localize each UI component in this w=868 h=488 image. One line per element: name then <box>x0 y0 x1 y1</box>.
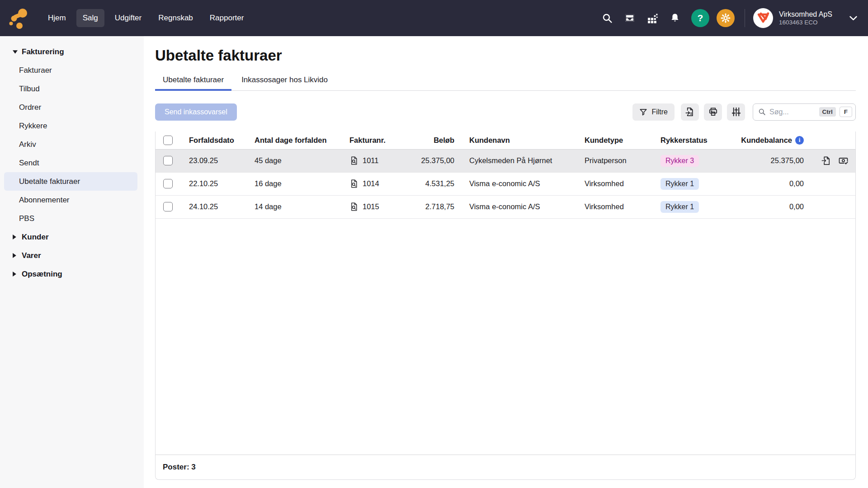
chevron-down-icon[interactable] <box>849 16 857 21</box>
cell-forfaldsdato: 23.09.25 <box>183 156 249 165</box>
funnel-icon <box>639 108 647 116</box>
cell-forfaldsdato: 22.10.25 <box>183 179 249 188</box>
rykker-status-badge: Rykker 3 <box>660 155 699 167</box>
cell-fakturanr: 1015 <box>363 202 379 211</box>
app-switcher-icon[interactable] <box>643 9 661 27</box>
cell-antal-dage: 14 dage <box>249 202 344 211</box>
table-header-row: Forfaldsdato Antal dage forfalden Faktur… <box>156 131 855 150</box>
table-footer: Poster: 3 <box>156 455 855 479</box>
cell-belob: 2.718,75 <box>409 202 463 211</box>
tab-inkassosager[interactable]: Inkassosager hos Likvido <box>234 71 335 90</box>
invoice-preview-icon[interactable] <box>349 155 359 166</box>
chevron-expanded-icon <box>13 50 18 54</box>
invoice-preview-icon[interactable] <box>349 178 359 189</box>
col-belob[interactable]: Beløb <box>409 136 463 145</box>
table-row[interactable]: 23.09.25 45 dage 1011 25.375,00 Cykelsme… <box>156 150 855 173</box>
sidebar-item-ubetalte-fakturaer[interactable]: Ubetalte fakturaer <box>4 172 137 191</box>
main-nav: Hjem Salg Udgifter Regnskab Rapporter <box>42 9 250 27</box>
cell-kundebalance: 0,00 <box>735 202 810 211</box>
rykker-status-badge: Rykker 1 <box>660 178 699 190</box>
search-icon[interactable] <box>598 9 616 27</box>
cell-kundetype: Virksomhed <box>579 202 655 211</box>
cell-belob: 4.531,25 <box>409 179 463 188</box>
shortcut-ctrl-badge: Ctrl <box>819 107 836 117</box>
invoice-preview-icon[interactable] <box>349 202 359 212</box>
chevron-collapsed-icon <box>13 235 18 239</box>
row-checkbox[interactable] <box>163 179 173 188</box>
record-count: Poster: 3 <box>163 463 196 472</box>
sidebar-item-fakturaer[interactable]: Fakturaer <box>4 61 137 80</box>
sidebar-item-rykkere[interactable]: Rykkere <box>4 117 137 135</box>
col-kundetype[interactable]: Kundetype <box>579 136 655 145</box>
sidebar-item-abonnementer[interactable]: Abonnementer <box>4 191 137 209</box>
nav-item-hjem[interactable]: Hjem <box>42 9 72 27</box>
sidebar: Fakturering Fakturaer Tilbud Ordrer Rykk… <box>0 36 144 488</box>
sidebar-section-kunder[interactable]: Kunder <box>0 228 144 246</box>
nav-item-regnskab[interactable]: Regnskab <box>152 9 199 27</box>
settings-gear-icon[interactable] <box>717 9 735 27</box>
search-icon <box>758 108 766 116</box>
cell-kundenavn: Visma e-conomic A/S <box>463 202 579 211</box>
sidebar-section-opsaetning[interactable]: Opsætning <box>0 265 144 283</box>
cell-antal-dage: 45 dage <box>249 156 344 165</box>
column-settings-button[interactable] <box>727 103 745 121</box>
tab-ubetalte-fakturaer[interactable]: Ubetalte fakturaer <box>155 71 231 90</box>
print-button[interactable] <box>704 103 722 121</box>
nav-item-rapporter[interactable]: Rapporter <box>203 9 250 27</box>
inbox-icon[interactable] <box>621 9 639 27</box>
col-forfaldsdato[interactable]: Forfaldsdato <box>183 136 249 145</box>
sidebar-item-arkiv[interactable]: Arkiv <box>4 135 137 154</box>
sidebar-item-pbs[interactable]: PBS <box>4 209 137 228</box>
cell-fakturanr: 1011 <box>363 156 378 165</box>
toolbar: Send inkassovarsel Filtre <box>155 103 856 121</box>
sidebar-item-tilbud[interactable]: Tilbud <box>4 80 137 98</box>
cell-kundetype: Privatperson <box>579 156 655 165</box>
main-content: Ubetalte fakturaer Ubetalte fakturaer In… <box>144 36 868 488</box>
col-antal-dage[interactable]: Antal dage forfalden <box>249 136 344 145</box>
table-row[interactable]: 22.10.25 16 dage 1014 4.531,25 Visma e-c… <box>156 173 855 196</box>
cell-belob: 25.375,00 <box>409 156 463 165</box>
export-button[interactable] <box>681 103 699 121</box>
col-kundenavn[interactable]: Kundenavn <box>463 136 579 145</box>
sidebar-section-fakturering[interactable]: Fakturering <box>0 42 144 61</box>
row-checkbox[interactable] <box>163 202 173 211</box>
rykker-status-badge: Rykker 1 <box>660 201 699 213</box>
col-rykkerstatus[interactable]: Rykkerstatus <box>655 136 735 145</box>
col-kundebalance[interactable]: Kundebalance i <box>735 136 810 145</box>
cell-kundebalance: 0,00 <box>735 179 810 188</box>
company-avatar <box>753 8 773 28</box>
search-box: Ctrl F <box>753 103 856 121</box>
e-conomic-logo-icon[interactable] <box>8 6 30 30</box>
tab-bar: Ubetalte fakturaer Inkassosager hos Likv… <box>155 71 856 91</box>
register-payment-icon[interactable] <box>838 155 849 166</box>
filter-button[interactable]: Filtre <box>632 103 675 121</box>
table-empty-area <box>156 219 855 455</box>
select-all-checkbox[interactable] <box>163 136 173 145</box>
sidebar-item-ordrer[interactable]: Ordrer <box>4 98 137 117</box>
company-menu[interactable]: Virksomhed ApS 1603463 ECO <box>753 8 857 28</box>
shortcut-f-badge: F <box>840 107 852 117</box>
cell-antal-dage: 16 dage <box>249 179 344 188</box>
notifications-bell-icon[interactable] <box>666 9 684 27</box>
table-row[interactable]: 24.10.25 14 dage 1015 2.718,75 Visma e-c… <box>156 196 855 219</box>
company-name: Virksomhed ApS <box>779 10 832 19</box>
nav-item-udgifter[interactable]: Udgifter <box>108 9 148 27</box>
nav-item-salg[interactable]: Salg <box>76 9 104 27</box>
invoices-table: Forfaldsdato Antal dage forfalden Faktur… <box>155 131 856 480</box>
chevron-collapsed-icon <box>13 253 18 258</box>
cell-kundenavn: Cykelsmeden På Hjørnet <box>463 156 579 165</box>
cell-kundenavn: Visma e-conomic A/S <box>463 179 579 188</box>
sidebar-section-varer[interactable]: Varer <box>0 246 144 265</box>
help-button[interactable]: ? <box>691 9 709 27</box>
sidebar-item-sendt[interactable]: Sendt <box>4 154 137 172</box>
info-icon[interactable]: i <box>795 136 804 145</box>
company-id: 1603463 ECO <box>779 19 832 27</box>
navbar-divider <box>745 9 745 27</box>
register-invoice-icon[interactable] <box>821 155 831 166</box>
page-title: Ubetalte fakturaer <box>155 48 856 64</box>
cell-fakturanr: 1014 <box>363 179 379 188</box>
row-checkbox[interactable] <box>163 156 173 165</box>
col-fakturanr[interactable]: Fakturanr. <box>344 136 409 145</box>
send-inkassovarsel-button[interactable]: Send inkassovarsel <box>155 103 237 121</box>
search-input[interactable] <box>769 108 816 116</box>
